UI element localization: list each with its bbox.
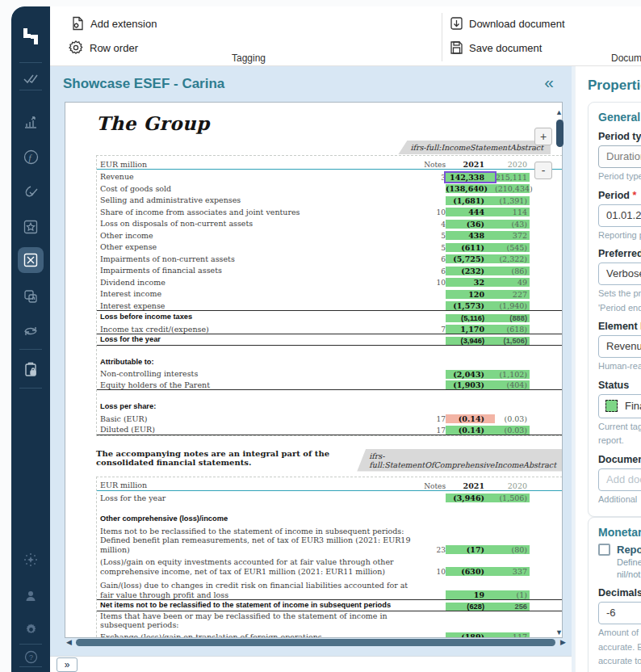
sparkle-icon[interactable]: [11, 552, 50, 567]
table-row[interactable]: Loss for the year(3,946)(1,506): [97, 334, 562, 346]
table-row[interactable]: Non-controlling interests(2,043)(1,102): [97, 367, 562, 379]
table-row[interactable]: Income tax credit/(expense)71,170(618): [97, 322, 562, 334]
table-spacer-row: [97, 346, 562, 355]
table-row[interactable]: Interest expense(1,573)(1,940): [97, 299, 562, 311]
table-row[interactable]: Items that have been or may be reclassif…: [97, 611, 562, 630]
table-cell: (545): [495, 243, 530, 252]
table-row[interactable]: Items not to be reclassified to the stat…: [97, 524, 562, 536]
function-icon[interactable]: f: [11, 149, 50, 165]
double-check-icon[interactable]: [11, 71, 50, 86]
table-row[interactable]: Exchange (loss)/gain on translation of f…: [97, 630, 562, 639]
table-cell: Loss for the year: [97, 494, 415, 503]
period-type-input[interactable]: Duration: [598, 145, 641, 168]
table-cell: (80): [495, 545, 530, 554]
table-cell: (5,725): [446, 254, 495, 263]
table-cell: (1,681): [446, 196, 495, 205]
row-order-button[interactable]: Row order: [68, 39, 138, 57]
table-row[interactable]: Defined benefit plan remeasurements, net…: [97, 536, 562, 554]
user-icon[interactable]: [11, 588, 50, 603]
field-helper-text: Human-rea: [598, 361, 641, 372]
scroll-left-arrow[interactable]: ◀: [66, 638, 72, 646]
table-row[interactable]: Other comprehensive (loss)/income: [97, 512, 562, 524]
app-logo-icon[interactable]: [19, 24, 42, 52]
ifrs-tag-chip[interactable]: ifrs-full:IncomeStatementAbstract: [398, 141, 551, 154]
bar-chart-icon[interactable]: [11, 115, 50, 129]
table-row[interactable]: Other expense5(611)(545): [97, 240, 562, 252]
table-cell: Net items not to be reclassified to the …: [97, 601, 415, 611]
table-row[interactable]: Equity holders of the Parent(1,903)(404): [97, 379, 562, 391]
zoom-out-button[interactable]: -: [534, 162, 552, 179]
row-order-label: Row order: [90, 42, 138, 54]
status-value: Final: [625, 400, 641, 412]
table-row[interactable]: Loss for the year(3,946)(1,506): [97, 491, 562, 503]
table-row[interactable]: Loss per share:: [97, 400, 562, 412]
table-row[interactable]: Gain/(loss) due to changes in credit ris…: [97, 581, 562, 599]
field-label: Preferred label: [598, 248, 641, 259]
table-row[interactable]: Loss on disposals of non-current assets4…: [97, 216, 562, 229]
download-document-button[interactable]: Download document: [450, 15, 565, 32]
reported-checkbox-row[interactable]: Reported: [598, 544, 641, 556]
table-cell: 49: [495, 278, 530, 287]
svg-text:?: ?: [29, 653, 33, 662]
checkbox[interactable]: [598, 544, 610, 556]
gear-icon[interactable]: [11, 622, 50, 636]
table-cell: 337: [495, 567, 530, 576]
table-row[interactable]: (Loss)/gain on equity investments accoun…: [97, 554, 562, 576]
table-row[interactable]: Other income5438372: [97, 229, 562, 241]
horizontal-scrollbar-thumb[interactable]: [76, 639, 555, 646]
period-input[interactable]: 01.01.2021: [598, 204, 641, 227]
table-cell: (0.03): [495, 426, 530, 435]
table-cell: (Loss)/gain on equity investments accoun…: [97, 557, 415, 576]
table-row[interactable]: Cost of goods sold(138,640)(210,434): [97, 182, 562, 194]
scroll-down-arrow[interactable]: ▼: [555, 628, 563, 636]
signature-check-icon[interactable]: [11, 184, 50, 199]
save-document-button[interactable]: Save document: [450, 39, 542, 57]
zoom-in-button[interactable]: +: [534, 128, 552, 145]
collapse-panel-icon[interactable]: «: [544, 73, 554, 92]
table-row[interactable]: Loss before income taxes(5,116)(888): [97, 310, 562, 322]
properties-title: Properties: [588, 78, 641, 94]
star-box-icon[interactable]: [11, 219, 50, 234]
table-row[interactable]: Revenue3142,338215,111: [97, 170, 562, 182]
column-header: 2020: [495, 481, 530, 490]
table-cell: 444: [446, 208, 495, 216]
preferred-label-input[interactable]: Verbose: [598, 262, 641, 285]
table-cell: 215,111: [495, 173, 530, 182]
table-cell: (3,946): [446, 494, 495, 502]
documentation-input[interactable]: Add documentation: [598, 468, 641, 491]
sync-icon[interactable]: [11, 323, 50, 338]
vertical-scrollbar-thumb[interactable]: [556, 120, 563, 147]
table-row[interactable]: Net items not to be reclassified to the …: [97, 599, 562, 611]
table-row[interactable]: Basic (EUR)17(0.14)(0.03): [97, 412, 562, 424]
table-row[interactable]: Impairments of financial assets6(232)(86…: [97, 263, 562, 275]
column-header: Notes: [415, 161, 446, 169]
table-row[interactable]: Interest income120227: [97, 287, 562, 299]
table-cell: (36): [446, 220, 495, 229]
table-row[interactable]: Attributable to:: [97, 355, 562, 368]
table-row[interactable]: Impairments of non-current assets6(5,725…: [97, 252, 562, 264]
table-cell: (0.14): [446, 426, 495, 435]
copy-icon[interactable]: [11, 288, 50, 304]
scroll-up-arrow[interactable]: ▲: [555, 108, 563, 116]
table-row[interactable]: Diluted (EUR)17(0.14)(0.03): [97, 423, 562, 435]
decimals-input[interactable]: -6: [598, 602, 641, 624]
field-label: Status: [598, 380, 641, 391]
table-row[interactable]: Selling and administrative expenses(1,68…: [97, 193, 562, 205]
table-cell: (1,102): [495, 370, 530, 379]
ifrs-tag-chip[interactable]: ifrs-full:StatementOfComprehensiveIncome…: [357, 449, 563, 472]
element-label-input[interactable]: Revenue: [598, 335, 641, 358]
clipboard-lock-icon[interactable]: [11, 362, 50, 377]
sidebar-item-tagging-active[interactable]: [18, 247, 44, 273]
help-icon[interactable]: ?: [11, 649, 50, 664]
table-cell: 1,170: [446, 325, 495, 334]
table-row[interactable]: Dividend income103249: [97, 275, 562, 288]
selected-fact-cell[interactable]: 142,338: [446, 173, 495, 182]
app-window: f: [11, 6, 641, 672]
table-row[interactable]: Share of income from associates and join…: [97, 205, 562, 217]
scroll-right-arrow[interactable]: ▶: [560, 638, 566, 646]
document-viewer-panel: Showcase ESEF - Carina « The Group ifrs-…: [50, 66, 572, 672]
status-field[interactable]: Final: [598, 394, 641, 418]
table-cell: Share of income from associates and join…: [97, 208, 415, 217]
add-extension-button[interactable]: Add extension: [71, 15, 157, 32]
expand-bottom-panel-button[interactable]: »: [57, 657, 78, 672]
